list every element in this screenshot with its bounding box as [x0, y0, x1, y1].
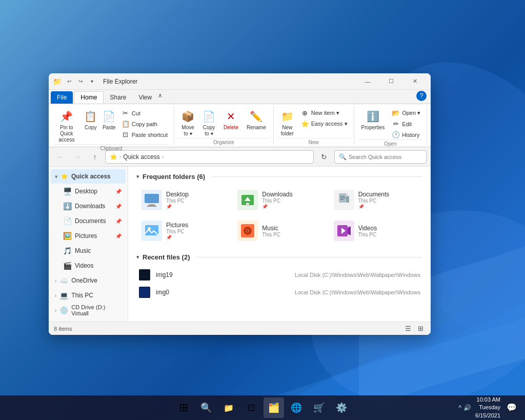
search-input[interactable] [349, 154, 422, 160]
maximize-button[interactable]: ☐ [379, 73, 403, 90]
new-item-icon: ⊕ [301, 109, 309, 117]
sidebar-item-documents[interactable]: 📄 Documents 📌 [51, 214, 126, 228]
ribbon-collapse-button[interactable]: ∧ [158, 92, 163, 99]
files-taskbar-button[interactable]: 🗂️ [264, 397, 284, 418]
sidebar-item-this-pc[interactable]: › 💻 This PC [51, 288, 126, 303]
history-button[interactable]: 🕐History [390, 130, 422, 139]
taskbar: ⊞ 🔍 📁 ⊡ 🗂️ 🌐 🛒 ⚙️ ^ 🔊 10:03 AM Tuesday 6… [0, 395, 525, 420]
rename-button[interactable]: ✏️ Rename [244, 108, 269, 132]
new-folder-button[interactable]: 📁 Newfolder [278, 108, 297, 138]
clock[interactable]: 10:03 AM Tuesday 6/15/2021 [475, 396, 500, 419]
copy-path-icon: 📋 [122, 120, 130, 128]
sidebar-item-desktop[interactable]: 🖥️ Desktop 📌 [51, 184, 126, 198]
close-button[interactable]: ✕ [403, 73, 427, 90]
taskbar-right: ^ 🔊 10:03 AM Tuesday 6/15/2021 💬 [458, 396, 519, 419]
music-sidebar-icon: 🎵 [63, 247, 72, 255]
sidebar-item-onedrive[interactable]: › ☁️ OneDrive [51, 273, 126, 288]
tab-view[interactable]: View [132, 91, 158, 104]
ribbon: 📌 Pin to Quickaccess 📋 Copy 📄 Paste ✂Cut… [49, 104, 431, 147]
folder-item-documents[interactable]: Documents This PC 📌 [329, 186, 422, 214]
frequent-folders-toggle[interactable]: ▾ [136, 173, 139, 180]
svg-rect-12 [340, 197, 346, 198]
sidebar-item-downloads[interactable]: ⬇️ Downloads 📌 [51, 199, 126, 213]
copy-button[interactable]: 📋 Copy [83, 108, 99, 132]
search-box[interactable]: 🔍 [334, 150, 427, 164]
chevron-icon[interactable]: ^ [458, 404, 461, 411]
desktop-pin-icon: 📌 [115, 189, 122, 194]
pictures-info: Pictures This PC 📌 [166, 222, 188, 240]
settings-taskbar-button[interactable]: ⚙️ [331, 397, 352, 418]
copy-to-button[interactable]: 📄 Copyto ▾ [199, 108, 218, 138]
delete-button[interactable]: ✕ Delete [220, 108, 241, 132]
edge-button[interactable]: 🌐 [286, 397, 307, 418]
folder-item-downloads[interactable]: Downloads This PC 📌 [232, 186, 326, 214]
sidebar-item-cd-drive[interactable]: › 💿 CD Drive (D:) Virtuall [51, 303, 126, 317]
documents-folder-sub: This PC [358, 198, 390, 204]
frequent-folders-header: ▾ Frequent folders (6) [136, 173, 422, 181]
sidebar-item-music[interactable]: 🎵 Music [51, 244, 126, 258]
recent-file-img19[interactable]: img19 Local Disk (C:)\Windows\Web\Wallpa… [136, 266, 422, 284]
open-button[interactable]: 📂Open ▾ [390, 108, 422, 118]
ribbon-group-open: ℹ️ Properties 📂Open ▾ ✏Edit 🕐History Ope… [354, 106, 428, 145]
clipboard-content: 📌 Pin to Quickaccess 📋 Copy 📄 Paste ✂Cut… [53, 106, 170, 144]
tab-share[interactable]: Share [104, 91, 132, 104]
paste-button[interactable]: 📄 Paste [101, 108, 117, 132]
status-bar: 8 items ☰ ⊞ [49, 322, 431, 335]
start-button[interactable]: ⊞ [173, 397, 194, 418]
minimize-button[interactable]: — [356, 73, 379, 90]
tab-file[interactable]: File [51, 91, 73, 104]
sidebar-quick-access-header[interactable]: ▾ ⭐ Quick access [51, 169, 126, 184]
grid-view-button[interactable]: ⊞ [415, 324, 426, 334]
sidebar-item-videos[interactable]: 🎬 Videos [51, 258, 126, 273]
paste-shortcut-button[interactable]: ⊡Paste shortcut [119, 130, 170, 139]
taskview-button[interactable]: 📁 [218, 397, 239, 418]
refresh-button[interactable]: ↻ [317, 150, 331, 164]
sidebar-this-pc-label: This PC [71, 292, 93, 299]
delete-icon: ✕ [227, 109, 235, 124]
ribbon-group-select: ☑Select all ☐Select none ⊠Invert selecti… [427, 106, 431, 145]
downloads-icon: ⬇️ [63, 202, 72, 210]
new-content: 📁 Newfolder ⊕New item ▾ ⭐Easy access ▾ [278, 106, 350, 138]
redo-button[interactable]: ↪ [75, 76, 86, 87]
folder-item-music[interactable]: Music This PC [232, 216, 326, 245]
cd-drive-icon: 💿 [59, 306, 68, 314]
item-count: 8 items [54, 326, 72, 332]
store-button[interactable]: 🛒 [309, 397, 329, 418]
widgets-button[interactable]: ⊡ [241, 397, 261, 418]
down-arrow-button[interactable]: ▾ [87, 76, 97, 87]
notification-button[interactable]: 💬 [504, 397, 519, 418]
open-content: ℹ️ Properties 📂Open ▾ ✏Edit 🕐History [358, 106, 423, 139]
cut-button[interactable]: ✂Cut [119, 108, 170, 118]
copy-path-button[interactable]: 📋Copy path [119, 119, 170, 129]
volume-icon[interactable]: 🔊 [463, 404, 471, 411]
search-taskbar-button[interactable]: 🔍 [196, 397, 216, 418]
recent-files-header: ▾ Recent files (2) [136, 253, 422, 261]
videos-thumb [334, 221, 354, 241]
recent-files-toggle[interactable]: ▾ [136, 254, 139, 261]
folder-item-pictures[interactable]: Pictures This PC 📌 [136, 216, 230, 245]
list-view-button[interactable]: ☰ [403, 324, 413, 334]
folder-item-desktop[interactable]: Desktop This PC 📌 [136, 186, 230, 214]
downloads-folder-name: Downloads [262, 191, 292, 198]
svg-rect-4 [147, 206, 156, 207]
sidebar-item-pictures[interactable]: 🖼️ Pictures 📌 [51, 229, 126, 243]
new-item-button[interactable]: ⊕New item ▾ [299, 108, 350, 118]
expand-arrow-icon: ▾ [55, 174, 57, 179]
move-to-button[interactable]: 📦 Moveto ▾ [178, 108, 197, 138]
sidebar-item-network[interactable]: › 🌐 Network [51, 318, 126, 322]
easy-access-button[interactable]: ⭐Easy access ▾ [299, 119, 350, 129]
recent-file-img0[interactable]: img0 Local Disk (C:)\Windows\Web\Wallpap… [136, 284, 422, 301]
folder-item-videos[interactable]: Videos This PC [329, 216, 422, 245]
pin-to-quick-access-button[interactable]: 📌 Pin to Quickaccess [53, 108, 80, 144]
sidebar-music-label: Music [75, 247, 91, 254]
help-button[interactable]: ? [416, 91, 427, 101]
undo-button[interactable]: ↩ [64, 76, 74, 87]
ribbon-group-new: 📁 Newfolder ⊕New item ▾ ⭐Easy access ▾ N… [274, 106, 354, 145]
tab-home[interactable]: Home [74, 91, 104, 104]
svg-rect-26 [139, 287, 150, 297]
svg-rect-7 [246, 203, 249, 205]
properties-button[interactable]: ℹ️ Properties [358, 108, 388, 132]
taskbar-center-icons: ⊞ 🔍 📁 ⊡ 🗂️ 🌐 🛒 ⚙️ [173, 397, 352, 418]
date-display: 6/15/2021 [475, 412, 500, 419]
edit-button[interactable]: ✏Edit [390, 119, 422, 129]
